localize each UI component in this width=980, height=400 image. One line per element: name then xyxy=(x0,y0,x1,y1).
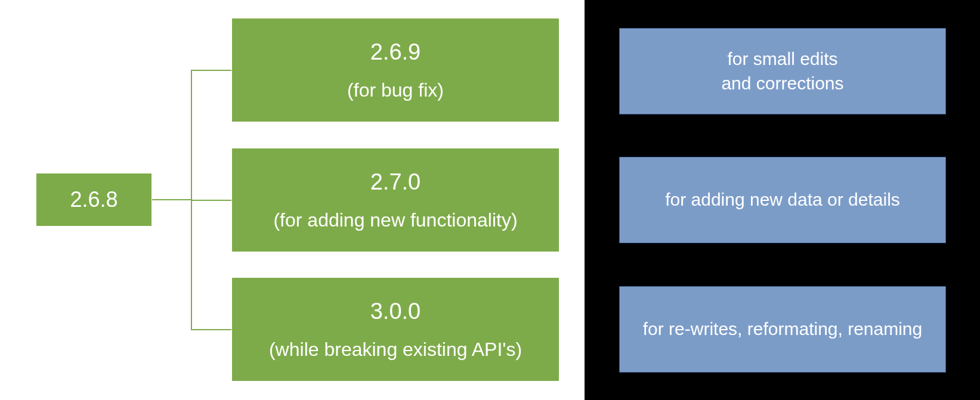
note-minor-text: for adding new data or details xyxy=(665,188,900,212)
note-patch-box: for small editsand corrections xyxy=(619,28,946,114)
version-minor-box: 2.7.0 (for adding new functionality) xyxy=(231,148,559,252)
version-major-desc: (while breaking existing API's) xyxy=(269,338,522,361)
version-patch-box: 2.6.9 (for bug fix) xyxy=(231,18,559,122)
right-panel: for small editsand corrections for addin… xyxy=(585,0,980,400)
connector-line xyxy=(192,329,231,330)
version-patch-label: 2.6.9 xyxy=(370,39,421,66)
note-major-text: for re-writes, reformating, renaming xyxy=(643,317,923,342)
version-minor-desc: (for adding new functionality) xyxy=(273,209,517,231)
diagram-canvas: 2.6.8 2.6.9 (for bug fix) 2.7.0 (for add… xyxy=(0,0,980,400)
note-patch-text: for small editsand corrections xyxy=(721,47,843,95)
version-major-label: 3.0.0 xyxy=(370,298,421,325)
left-panel: 2.6.8 2.6.9 (for bug fix) 2.7.0 (for add… xyxy=(0,0,585,400)
connector-line xyxy=(192,200,231,201)
connector-line xyxy=(152,199,192,200)
note-major-box: for re-writes, reformating, renaming xyxy=(619,286,946,373)
note-minor-box: for adding new data or details xyxy=(619,157,946,243)
connector-line xyxy=(192,70,231,71)
version-root-label: 2.6.8 xyxy=(70,187,118,212)
version-root-box: 2.6.8 xyxy=(36,173,152,227)
version-patch-desc: (for bug fix) xyxy=(347,79,444,101)
version-minor-label: 2.7.0 xyxy=(370,169,421,196)
version-major-box: 3.0.0 (while breaking existing API's) xyxy=(231,277,559,382)
